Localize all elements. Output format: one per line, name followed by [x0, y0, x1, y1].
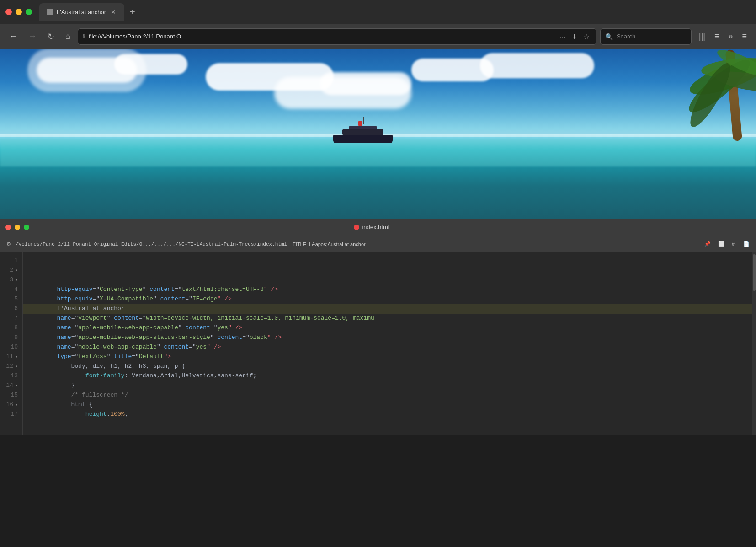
- editor-minimize-button[interactable]: [15, 225, 20, 230]
- code-line-5: http-equiv="X-UA-Compatible" content="IE…: [23, 295, 752, 304]
- editor-window-controls: [5, 225, 29, 230]
- more-button[interactable]: ···: [558, 32, 567, 41]
- code-line-9: name="apple-mobile-web-app-status-bar-st…: [23, 333, 752, 343]
- line-number-1: 1: [0, 256, 22, 266]
- editor-title-display: TITLE: L&apos;Austral at anchor: [293, 241, 366, 247]
- browser-viewport: [0, 49, 756, 219]
- editor-file-name: index.html: [354, 224, 389, 231]
- close-button[interactable]: [5, 9, 12, 15]
- editor-file-title: index.html: [362, 224, 389, 231]
- menu-button[interactable]: ≡: [738, 29, 751, 44]
- line-number-6: 6: [0, 304, 22, 314]
- pocket-button[interactable]: ⬇: [570, 32, 579, 41]
- line-number-17: 17: [0, 410, 22, 419]
- nav-right-buttons: ||| ≡ » ≡: [695, 29, 751, 44]
- line-number-4: 4: [0, 285, 22, 295]
- line-number-14: 14▾: [0, 381, 22, 391]
- bookmark-button[interactable]: ☆: [582, 32, 591, 41]
- editor-toolbar: ⚙ /Volumes/Pano 2/11 Ponant Original Edi…: [0, 236, 756, 252]
- editor-maximize-button[interactable]: [24, 225, 29, 230]
- palm-tree: [655, 49, 756, 177]
- active-tab[interactable]: L'Austral at anchor ✕: [39, 3, 124, 21]
- title-bar: L'Austral at anchor ✕ +: [0, 0, 756, 24]
- code-line-1: [23, 256, 752, 266]
- code-line-16: html {: [23, 400, 752, 410]
- browser-window: L'Austral at anchor ✕ + ← → ↻ ⌂ ℹ file:/…: [0, 0, 756, 435]
- url-display: file:///Volumes/Pano 2/11 Ponant O...: [89, 33, 554, 40]
- line-numbers: 12▾3▾4567891011▾12▾1314▾1516▾17: [0, 252, 23, 435]
- line-number-5: 5: [0, 295, 22, 304]
- ship-funnel: [358, 121, 362, 126]
- reload-button[interactable]: ↻: [44, 29, 58, 44]
- cloud-2: [114, 54, 187, 75]
- minimize-button[interactable]: [16, 9, 22, 15]
- forward-button[interactable]: →: [25, 29, 40, 44]
- line-number-12: 12▾: [0, 362, 22, 371]
- code-line-10: name="mobile-web-app-capable" content="y…: [23, 343, 752, 352]
- tab-close-button[interactable]: ✕: [110, 8, 117, 16]
- code-line-3: [23, 275, 752, 285]
- line-number-9: 9: [0, 333, 22, 343]
- code-line-14: }: [23, 381, 752, 391]
- reader-button[interactable]: ≡: [711, 29, 723, 44]
- code-content[interactable]: http-equiv="Content-Type" content="text/…: [23, 252, 752, 435]
- search-icon: 🔍: [605, 33, 613, 40]
- info-icon: ℹ: [83, 33, 85, 40]
- code-line-8: name="apple-mobile-web-app-capable" cont…: [23, 323, 752, 333]
- editor-file-favicon: [354, 225, 359, 230]
- editor-title-bar: index.html: [0, 219, 756, 236]
- code-line-7: name="viewport" content="width=device-wi…: [23, 314, 752, 323]
- code-line-11: type="text/css" title="Default">: [23, 352, 752, 362]
- tab-favicon: [47, 9, 53, 15]
- code-line-12: body, div, h1, h2, h3, span, p {: [23, 362, 752, 371]
- line-number-3: 3▾: [0, 275, 22, 285]
- maximize-button[interactable]: [26, 9, 32, 15]
- line-number-2: 2▾: [0, 266, 22, 275]
- search-input[interactable]: [617, 33, 687, 40]
- line-number-11: 11▾: [0, 352, 22, 362]
- address-bar-actions: ··· ⬇ ☆: [558, 32, 591, 41]
- line-number-8: 8: [0, 323, 22, 333]
- reef: [0, 139, 756, 166]
- scrollbar[interactable]: [752, 252, 756, 435]
- ship: [333, 127, 393, 143]
- code-line-15: /* fullscreen */: [23, 391, 752, 400]
- nav-bar: ← → ↻ ⌂ ℹ file:///Volumes/Pano 2/11 Pona…: [0, 24, 756, 49]
- tab-bar: L'Austral at anchor ✕ +: [39, 3, 751, 21]
- palm-fronds: [655, 49, 756, 177]
- address-bar[interactable]: ℹ file:///Volumes/Pano 2/11 Ponant O... …: [78, 28, 596, 45]
- editor-close-button[interactable]: [5, 225, 11, 230]
- line-number-16: 16▾: [0, 400, 22, 410]
- more2-button[interactable]: »: [724, 29, 736, 44]
- line-number-15: 15: [0, 391, 22, 400]
- code-line-2: [23, 266, 752, 275]
- editor-hash-button[interactable]: #·: [729, 240, 739, 249]
- code-line-17: height:100%;: [23, 410, 752, 419]
- search-bar[interactable]: 🔍: [600, 28, 692, 45]
- cloud-7: [480, 53, 594, 78]
- back-button[interactable]: ←: [5, 29, 21, 44]
- code-line-6: L'Austral at anchor: [23, 304, 752, 314]
- editor-layout-button[interactable]: ⬜: [715, 239, 727, 249]
- line-number-13: 13: [0, 371, 22, 381]
- new-tab-button[interactable]: +: [124, 7, 141, 17]
- editor-gear-button[interactable]: ⚙: [4, 239, 14, 249]
- window-controls: [5, 9, 32, 15]
- cloud-6: [274, 77, 411, 109]
- ship-body: [333, 135, 393, 143]
- ship-superstructure: [342, 129, 383, 135]
- editor-file-button[interactable]: 📄: [740, 239, 752, 249]
- library-button[interactable]: |||: [695, 29, 709, 44]
- tab-title: L'Austral at anchor: [57, 9, 106, 16]
- line-number-10: 10: [0, 343, 22, 352]
- ship-mast: [363, 117, 364, 124]
- home-button[interactable]: ⌂: [62, 29, 74, 44]
- scrollbar-thumb[interactable]: [753, 254, 756, 291]
- editor-pin-button[interactable]: 📌: [702, 239, 713, 249]
- code-line-4: http-equiv="Content-Type" content="text/…: [23, 285, 752, 295]
- code-editor: 12▾3▾4567891011▾12▾1314▾1516▾17 http-equ…: [0, 252, 756, 435]
- code-line-13: font-family: Verdana,Arial,Helvetica,san…: [23, 371, 752, 381]
- line-number-7: 7: [0, 314, 22, 323]
- ship-bridge: [349, 126, 377, 129]
- editor-window: index.html ⚙ /Volumes/Pano 2/11 Ponant O…: [0, 219, 756, 435]
